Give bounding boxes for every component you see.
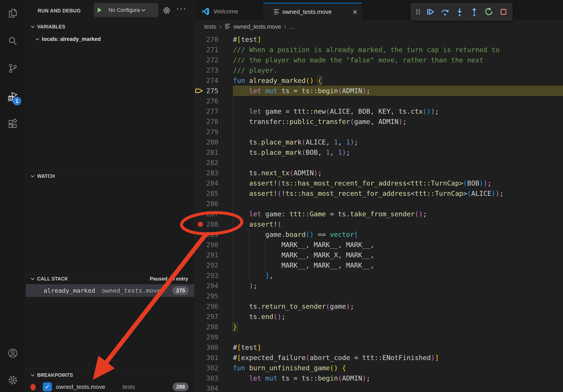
code-text[interactable]: assert!(!ts::has_most_recent_for_address… bbox=[233, 188, 563, 198]
code-line[interactable]: 275 let mut ts = ts::begin(ADMIN); bbox=[194, 86, 563, 96]
line-number[interactable]: 277 bbox=[194, 106, 233, 117]
code-text[interactable] bbox=[233, 198, 563, 209]
code-text[interactable]: transfer::public_transfer(game, ADMIN); bbox=[233, 117, 563, 127]
line-number[interactable]: 299 bbox=[194, 332, 233, 342]
code-line[interactable]: 270#[test] bbox=[194, 34, 563, 45]
line-number[interactable]: 291 bbox=[194, 250, 233, 260]
call-stack-frame-row[interactable]: already_marked owned_tests.move 275 bbox=[26, 284, 194, 297]
code-line[interactable]: 299 bbox=[194, 332, 563, 342]
code-text[interactable]: let game = ttt::new(ALICE, BOB, KEY, ts.… bbox=[233, 106, 563, 117]
line-number[interactable]: 297 bbox=[194, 312, 233, 322]
extensions-icon[interactable] bbox=[8, 118, 18, 129]
tab-owned-tests[interactable]: owned_tests.move × bbox=[263, 3, 362, 20]
code-text[interactable]: ], bbox=[233, 270, 563, 281]
line-number[interactable]: 302 bbox=[194, 363, 233, 373]
code-text[interactable]: ts.next_tx(ADMIN); bbox=[233, 168, 563, 178]
code-text[interactable]: /// the player who made the "false" move… bbox=[233, 55, 563, 65]
stop-button[interactable] bbox=[497, 6, 510, 18]
code-text[interactable]: /// When a position is already marked, t… bbox=[233, 45, 563, 55]
variables-locals-row[interactable]: locals: already_marked bbox=[26, 34, 194, 44]
line-number[interactable]: 301 bbox=[194, 353, 233, 363]
code-line[interactable]: 286 bbox=[194, 198, 563, 209]
account-icon[interactable] bbox=[8, 348, 18, 358]
line-number[interactable]: 271 bbox=[194, 45, 233, 55]
code-line[interactable]: 282 bbox=[194, 157, 563, 168]
line-number[interactable]: 273 bbox=[194, 65, 233, 75]
code-line[interactable]: 278 transfer::public_transfer(game, ADMI… bbox=[194, 117, 563, 127]
source-control-icon[interactable] bbox=[8, 63, 18, 73]
restart-button[interactable] bbox=[482, 6, 496, 18]
line-number[interactable]: 283 bbox=[194, 168, 233, 178]
close-icon[interactable]: × bbox=[353, 8, 357, 16]
continue-button[interactable] bbox=[423, 6, 437, 18]
code-text[interactable]: assert!( bbox=[233, 219, 563, 229]
breakpoint-dot-icon[interactable] bbox=[198, 222, 203, 227]
code-line[interactable]: 296 ts.return_to_sender(game); bbox=[194, 301, 563, 312]
code-line[interactable]: 279 bbox=[194, 127, 563, 137]
line-number[interactable]: 300 bbox=[194, 342, 233, 353]
breakpoint-list-item[interactable]: ✓ owned_tests.move tests 288 bbox=[26, 382, 194, 392]
code-line[interactable]: 292 MARK__, MARK__, MARK__, bbox=[194, 260, 563, 270]
code-line[interactable]: 298} bbox=[194, 322, 563, 332]
search-icon[interactable] bbox=[8, 36, 18, 46]
line-number[interactable]: 292 bbox=[194, 260, 233, 270]
line-number[interactable]: 278 bbox=[194, 117, 233, 127]
breakpoint-checkbox[interactable]: ✓ bbox=[43, 382, 52, 392]
code-text[interactable]: ts.place_mark(BOB, 1, 1); bbox=[233, 147, 563, 157]
code-text[interactable] bbox=[233, 127, 563, 137]
code-line[interactable]: 283 ts.next_tx(ADMIN); bbox=[194, 168, 563, 178]
explorer-icon[interactable] bbox=[8, 8, 18, 18]
code-line[interactable]: 304 bbox=[194, 383, 563, 392]
breadcrumb-more[interactable]: … bbox=[289, 24, 295, 30]
code-text[interactable]: let game: ttt::Game = ts.take_from_sende… bbox=[233, 209, 563, 219]
settings-gear-icon[interactable] bbox=[8, 375, 18, 385]
code-line[interactable]: 288 assert!( bbox=[194, 219, 563, 229]
drag-handle-icon[interactable] bbox=[413, 6, 423, 18]
line-number[interactable]: 282 bbox=[194, 157, 233, 168]
code-text[interactable]: MARK__, MARK_X, MARK__, bbox=[233, 250, 563, 260]
line-number[interactable]: 295 bbox=[194, 291, 233, 301]
code-text[interactable]: let mut ts = ts::begin(ADMIN); bbox=[233, 373, 563, 383]
line-number[interactable]: 272 bbox=[194, 55, 233, 65]
code-text[interactable]: fun burn_unfinished_game() { bbox=[233, 363, 563, 373]
variables-section-header[interactable]: VARIABLES bbox=[26, 22, 194, 31]
step-into-button[interactable] bbox=[453, 6, 467, 18]
line-number[interactable]: 280 bbox=[194, 137, 233, 147]
code-line[interactable]: 301#[expected_failure(abort_code = ttt::… bbox=[194, 353, 563, 363]
code-text[interactable]: #[test] bbox=[233, 342, 563, 353]
code-text[interactable]: fun already_marked() { bbox=[233, 75, 563, 86]
code-text[interactable]: MARK__, MARK__, MARK__, bbox=[233, 240, 563, 250]
code-text[interactable]: ts.end(); bbox=[233, 312, 563, 322]
breakpoints-section-header[interactable]: BREAKPOINTS bbox=[26, 370, 194, 380]
code-text[interactable]: game.board() == vector[ bbox=[233, 229, 563, 240]
code-text[interactable]: /// player. bbox=[233, 65, 563, 75]
line-number[interactable]: 304 bbox=[194, 383, 233, 392]
line-number[interactable]: 289 bbox=[194, 229, 233, 240]
code-line[interactable]: 274fun already_marked() { bbox=[194, 75, 563, 86]
code-line[interactable]: 284 assert!(ts::has_most_recent_for_addr… bbox=[194, 178, 563, 188]
code-line[interactable]: 295 bbox=[194, 291, 563, 301]
call-stack-section-header[interactable]: CALL STACK Paused on entry bbox=[26, 275, 194, 283]
code-line[interactable]: 276 bbox=[194, 96, 563, 106]
code-text[interactable]: MARK__, MARK__, MARK__, bbox=[233, 260, 563, 270]
line-number[interactable]: 298 bbox=[194, 322, 233, 332]
code-line[interactable]: 280 ts.place_mark(ALICE, 1, 1); bbox=[194, 137, 563, 147]
code-line[interactable]: 302fun burn_unfinished_game() { bbox=[194, 363, 563, 373]
code-line[interactable]: 285 assert!(!ts::has_most_recent_for_add… bbox=[194, 188, 563, 198]
line-number[interactable]: 294 bbox=[194, 281, 233, 291]
code-text[interactable] bbox=[233, 291, 563, 301]
line-number[interactable]: 303 bbox=[194, 373, 233, 383]
code-line[interactable]: 291 MARK__, MARK_X, MARK__, bbox=[194, 250, 563, 260]
code-text[interactable]: let mut ts = ts::begin(ADMIN); bbox=[233, 86, 563, 96]
code-line[interactable]: 300#[test] bbox=[194, 342, 563, 353]
code-text[interactable]: ts.return_to_sender(game); bbox=[233, 301, 563, 312]
line-number[interactable]: 290 bbox=[194, 240, 233, 250]
line-number[interactable]: 296 bbox=[194, 301, 233, 312]
code-line[interactable]: 287 let game: ttt::Game = ts.take_from_s… bbox=[194, 209, 563, 219]
line-number[interactable]: 286 bbox=[194, 198, 233, 209]
code-line[interactable]: 294 ); bbox=[194, 281, 563, 291]
code-text[interactable]: ts.place_mark(ALICE, 1, 1); bbox=[233, 137, 563, 147]
code-line[interactable]: 271/// When a position is already marked… bbox=[194, 45, 563, 55]
step-out-button[interactable] bbox=[467, 6, 481, 18]
code-line[interactable]: 281 ts.place_mark(BOB, 1, 1); bbox=[194, 147, 563, 157]
